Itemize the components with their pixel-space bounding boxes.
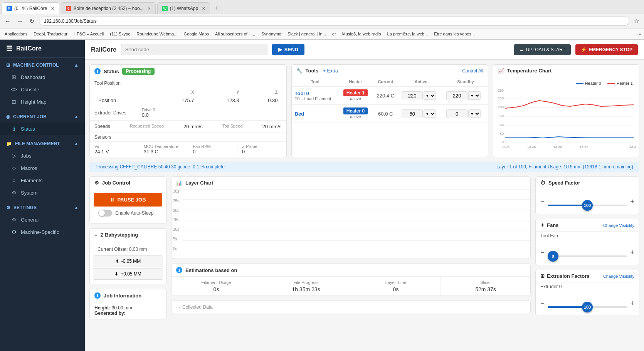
bookmark-slack[interactable]: Slack | general | In... bbox=[286, 31, 328, 37]
baby-minus-button[interactable]: ⬍ -0.05 MM bbox=[93, 255, 163, 267]
est-filament: Filament Usage 0s bbox=[172, 277, 261, 296]
console-icon: <> bbox=[11, 86, 17, 92]
fans-icon: ✦ bbox=[540, 222, 545, 228]
table-row: Bed Heater 0 active 60.0 C bbox=[292, 105, 488, 123]
emergency-stop-button[interactable]: ⚡ EMERGENCY STOP bbox=[575, 44, 638, 55]
sidebar-item-jobs[interactable]: ▷ Jobs bbox=[0, 149, 85, 162]
tool0-active-dropdown[interactable]: ▾ bbox=[424, 91, 436, 100]
bed-active-dropdown[interactable]: ▾ bbox=[424, 109, 436, 118]
layer-chart-title: Layer Chart bbox=[185, 180, 213, 186]
fan-plus[interactable]: + bbox=[630, 249, 634, 257]
send-button[interactable]: ▶ SEND bbox=[272, 44, 304, 55]
extrusion-thumb[interactable]: 100 bbox=[582, 302, 593, 312]
bookmark-apps[interactable]: Applications bbox=[3, 31, 29, 37]
hamburger-button[interactable]: ☰ bbox=[6, 44, 12, 53]
estimations-panel: ℹ Estimations based on Filament Usage 0s… bbox=[171, 264, 531, 296]
sidebar-item-system[interactable]: ⚙ System bbox=[0, 186, 85, 199]
legend-heater1: Heater 1 bbox=[607, 81, 633, 86]
col-current: Current bbox=[372, 77, 399, 87]
tab-railcore[interactable]: R (0.1%) RailCore × bbox=[2, 2, 59, 14]
bookmarks-more[interactable]: » bbox=[639, 32, 641, 36]
est-slicer-label: Slicer bbox=[446, 280, 526, 285]
tab-close-whatsapp[interactable]: × bbox=[202, 5, 205, 12]
z-babystepping-icon: ≡ bbox=[94, 232, 98, 238]
extrusion-track[interactable]: 100 bbox=[548, 306, 627, 308]
fan-track[interactable]: 0 bbox=[548, 255, 627, 257]
bookmark-skype[interactable]: (11) Skype bbox=[108, 31, 132, 37]
extrusion-factors-icon: ⊞ bbox=[540, 273, 545, 279]
job-control-body: ⏸ PAUSE JOB Enable Auto-Sleep bbox=[90, 189, 166, 223]
settings-label: Settings bbox=[13, 205, 37, 210]
sidebar-group-current-job[interactable]: ◉ Current Job ▲ bbox=[0, 111, 85, 123]
upload-start-button[interactable]: ☁ UPLOAD & START bbox=[514, 44, 571, 55]
sidebar-item-dashboard[interactable]: ⊞ Dashboard bbox=[0, 71, 85, 83]
bookmark-er[interactable]: er bbox=[331, 31, 338, 37]
tab-gmail[interactable]: G Boîte de réception (2 452) – hpo... × bbox=[61, 2, 156, 14]
sidebar-group-settings[interactable]: ⚙ Settings ▲ bbox=[0, 202, 85, 213]
bookmark-synonymo[interactable]: Synonymo bbox=[260, 31, 283, 37]
z-babystepping-header: ≡ Z Babystepping bbox=[90, 229, 166, 241]
bookmark-deepl[interactable]: DeepL Traducteur bbox=[32, 31, 69, 37]
bookmark-lapremiere[interactable]: La première, la web... bbox=[386, 31, 430, 37]
sidebar-group-machine-control[interactable]: ⊞ Machine Control ▲ bbox=[0, 59, 85, 71]
fan-minus[interactable]: − bbox=[540, 249, 545, 257]
sidebar-item-console[interactable]: <> Console bbox=[0, 83, 85, 96]
extrusion-factors-change-vis[interactable]: Change Visibility bbox=[603, 274, 634, 279]
bookmark-subscribers[interactable]: All subscribers of H... bbox=[214, 31, 257, 37]
sidebar-item-macros[interactable]: ◇ Macros bbox=[0, 162, 85, 174]
sidebar-group-file-mgmt[interactable]: 📁 File Management ▲ bbox=[0, 138, 85, 149]
svg-text:0: 0 bbox=[502, 140, 504, 144]
speed-factor-body: − 100 + bbox=[536, 189, 639, 214]
speed-factor-fill bbox=[548, 205, 587, 206]
sidebar-item-filaments[interactable]: ○ Filaments bbox=[0, 174, 85, 186]
tool0-standby-dropdown[interactable]: ▾ bbox=[468, 91, 481, 100]
bed-standby-input[interactable] bbox=[446, 109, 467, 118]
bookmark-hp[interactable]: HP&O – Accueil bbox=[72, 31, 105, 37]
general-icon: ⚙ bbox=[11, 217, 17, 223]
collected-data-header[interactable]: ··· Collected Data bbox=[172, 301, 530, 313]
bed-standby-dropdown[interactable]: ▾ bbox=[468, 109, 481, 118]
extrusion-minus[interactable]: − bbox=[540, 299, 545, 307]
tool0-standby-input[interactable] bbox=[446, 91, 467, 100]
job-height-row: Height: 30.00 mm bbox=[94, 305, 161, 311]
back-button[interactable]: ← bbox=[3, 17, 12, 25]
fan-thumb[interactable]: 0 bbox=[548, 251, 558, 262]
control-all-button[interactable]: Control All bbox=[462, 68, 483, 74]
sidebar-item-machine-specific[interactable]: ⚙ Machine-Specific bbox=[0, 226, 85, 238]
sidebar-item-general[interactable]: ⚙ General bbox=[0, 213, 85, 226]
speed-factor-track[interactable]: 100 bbox=[548, 205, 627, 206]
bookmarks-bar: Applications DeepL Traducteur HP&O – Acc… bbox=[0, 29, 644, 39]
tab-label-gmail: Boîte de réception (2 452) – hpo... bbox=[74, 6, 144, 11]
baby-plus-button[interactable]: ⬍ +0.05 MM bbox=[93, 268, 163, 280]
extruder0-label: Extruder 0 bbox=[536, 282, 639, 291]
refresh-button[interactable]: ↻ bbox=[28, 17, 36, 25]
file-mgmt-label: File Management bbox=[15, 141, 60, 146]
address-bar-input[interactable] bbox=[39, 17, 629, 26]
tab-close-gmail[interactable]: × bbox=[148, 5, 151, 12]
extensions-button[interactable]: ☆ bbox=[632, 17, 641, 25]
bookmark-vapes[interactable]: Etre dans les vapes... bbox=[432, 31, 476, 37]
bookmark-musiq3[interactable]: Musiq3, la web radio bbox=[341, 31, 383, 37]
sidebar-item-status[interactable]: ℹ Status bbox=[0, 123, 85, 135]
bed-active-input[interactable] bbox=[402, 109, 423, 118]
tool0-active-input[interactable] bbox=[402, 91, 423, 100]
bookmark-roundcube[interactable]: Roundcube Webma... bbox=[135, 31, 179, 37]
console-label: Console bbox=[21, 87, 39, 92]
pause-job-button[interactable]: ⏸ PAUSE JOB bbox=[94, 193, 162, 207]
forward-button[interactable]: → bbox=[15, 17, 25, 25]
new-tab-button[interactable]: + bbox=[211, 4, 221, 12]
send-code-input[interactable] bbox=[121, 44, 267, 55]
bookmark-gmaps[interactable]: Google Maps bbox=[182, 31, 210, 37]
tools-extra-button[interactable]: + Extra bbox=[323, 68, 338, 74]
extrusion-plus[interactable]: + bbox=[630, 299, 634, 307]
speed-factor-thumb[interactable]: 100 bbox=[582, 200, 593, 211]
sidebar-item-height-map[interactable]: ⊡ Height Map bbox=[0, 96, 85, 108]
col-standby: Standby bbox=[443, 77, 488, 87]
tab-whatsapp[interactable]: W (1) WhatsApp × bbox=[157, 2, 210, 14]
auto-sleep-toggle[interactable] bbox=[98, 210, 112, 217]
col-header-z: Z bbox=[243, 88, 281, 96]
fans-change-vis-button[interactable]: Change Visibility bbox=[603, 223, 634, 228]
tab-close-railcore[interactable]: × bbox=[51, 5, 54, 12]
speed-factor-plus[interactable]: + bbox=[630, 198, 634, 206]
speed-factor-minus[interactable]: − bbox=[540, 198, 545, 206]
